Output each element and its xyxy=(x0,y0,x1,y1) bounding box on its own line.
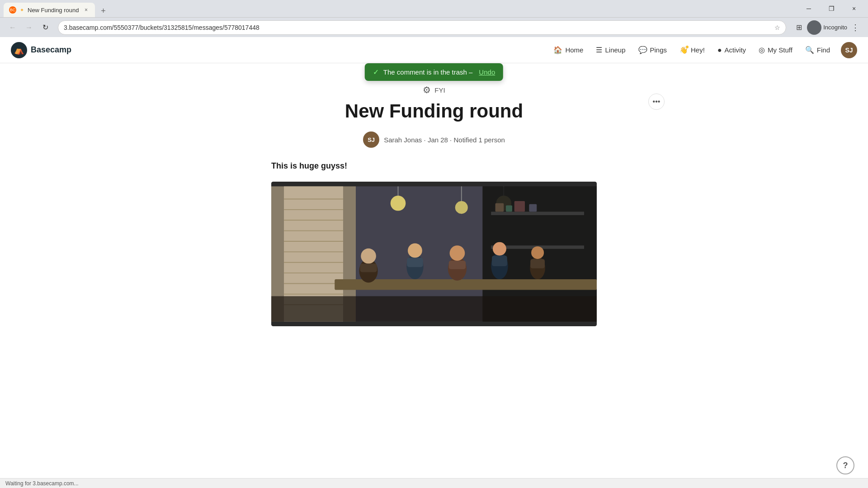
svg-rect-38 xyxy=(449,261,466,269)
my-stuff-nav-link[interactable]: ◎ My Stuff xyxy=(753,42,798,58)
hey-nav-link[interactable]: 👋 Hey! xyxy=(674,42,710,58)
activity-label: Activity xyxy=(725,46,746,54)
post-notified: Notified 1 person xyxy=(453,136,505,144)
svg-rect-44 xyxy=(530,259,545,269)
browser-menu-button[interactable]: ⋮ xyxy=(848,20,863,35)
favicon-icon: BC xyxy=(10,8,16,12)
hey-label: Hey! xyxy=(691,46,705,54)
extensions-button[interactable]: ⊞ xyxy=(792,20,806,35)
my-stuff-label: My Stuff xyxy=(768,46,793,54)
main-post: ⚙ FYI New Funding round SJ Sarah Jonas ·… xyxy=(262,84,606,344)
browser-right-buttons: ⊞ Incognito ⋮ xyxy=(792,20,863,35)
post-date: Jan 28 xyxy=(428,136,448,144)
toast-check-icon: ✓ xyxy=(373,68,379,76)
svg-rect-22 xyxy=(491,212,584,215)
basecamp-logo[interactable]: ⛺ Basecamp xyxy=(11,42,71,58)
svg-point-34 xyxy=(408,244,422,258)
close-button[interactable]: × xyxy=(844,0,864,17)
active-tab[interactable]: BC ✦ New Funding round × xyxy=(4,3,95,17)
home-label: Home xyxy=(565,46,583,54)
right-sidebar: ••• xyxy=(606,84,674,344)
find-nav-link[interactable]: 🔍 Find xyxy=(800,42,835,58)
logo-icon: ⛺ xyxy=(11,42,27,58)
nav-links: 🏠 Home ☰ Lineup 💬 Pings 👋 Hey! xyxy=(548,42,835,58)
more-options-button[interactable]: ••• xyxy=(648,94,665,110)
post-category: ⚙ FYI xyxy=(271,84,597,95)
logo-text: Basecamp xyxy=(31,45,71,55)
pings-nav-link[interactable]: 💬 Pings xyxy=(633,42,673,58)
url-text: 3.basecamp.com/5550377/buckets/31325815/… xyxy=(64,24,774,31)
lineup-icon: ☰ xyxy=(596,46,602,54)
lineup-nav-link[interactable]: ☰ Lineup xyxy=(590,42,631,58)
address-bar[interactable]: 3.basecamp.com/5550377/buckets/31325815/… xyxy=(58,20,786,35)
svg-point-17 xyxy=(455,202,468,214)
browser-frame: BC ✦ New Funding round × + ─ ❐ × ← → ↻ 3… xyxy=(0,0,868,488)
incognito-label: Incognito xyxy=(823,24,847,31)
tab-bar: BC ✦ New Funding round × + xyxy=(4,0,795,17)
home-nav-link[interactable]: 🏠 Home xyxy=(548,42,589,58)
svg-point-37 xyxy=(450,246,465,261)
content-with-sidebar: ⚙ FYI New Funding round SJ Sarah Jonas ·… xyxy=(0,84,868,344)
svg-point-31 xyxy=(361,249,376,264)
minimize-button[interactable]: ─ xyxy=(798,0,819,17)
svg-rect-29 xyxy=(335,279,597,290)
svg-rect-32 xyxy=(360,264,377,272)
title-bar: BC ✦ New Funding round × + ─ ❐ × xyxy=(0,0,868,17)
app-nav: ⛺ Basecamp 🏠 Home ☰ Lineup 💬 Pings xyxy=(0,37,868,63)
svg-point-15 xyxy=(391,196,406,211)
forward-button[interactable]: → xyxy=(22,20,36,35)
category-label: FYI xyxy=(434,86,445,94)
toast-notification: ✓ The comment is in the trash – Undo xyxy=(365,63,503,81)
office-meeting-image xyxy=(271,182,597,326)
activity-nav-link[interactable]: ● Activity xyxy=(712,42,751,58)
post-image xyxy=(271,182,597,326)
profile-button[interactable] xyxy=(807,20,821,35)
app-container: ⛺ Basecamp 🏠 Home ☰ Lineup 💬 Pings xyxy=(0,37,868,488)
new-tab-button[interactable]: + xyxy=(97,5,109,17)
svg-rect-45 xyxy=(271,296,597,322)
help-button[interactable]: ? xyxy=(836,456,854,474)
bookmark-icon[interactable]: ☆ xyxy=(774,24,780,31)
activity-icon: ● xyxy=(717,46,722,54)
svg-rect-35 xyxy=(407,258,423,267)
post-body: This is huge guyss! xyxy=(271,161,597,171)
page-content: UI Feed Redesign › Message Board ⚙ FYI N… xyxy=(0,63,868,478)
my-stuff-icon: ◎ xyxy=(759,46,765,54)
window-controls: ─ ❐ × xyxy=(798,0,864,17)
svg-point-43 xyxy=(531,247,544,259)
reload-button[interactable]: ↻ xyxy=(38,20,52,35)
meta-dot-1: · xyxy=(424,136,428,144)
toast-undo-button[interactable]: Undo xyxy=(479,68,495,76)
pings-icon: 💬 xyxy=(638,46,647,54)
tab-favicon: BC xyxy=(9,6,16,14)
left-sidebar xyxy=(194,84,262,344)
post-meta-text: Sarah Jonas · Jan 28 · Notified 1 person xyxy=(384,136,505,144)
pings-label: Pings xyxy=(650,46,667,54)
tab-close-button[interactable]: × xyxy=(82,6,90,14)
find-icon: 🔍 xyxy=(805,46,814,54)
back-button[interactable]: ← xyxy=(5,20,20,35)
hey-icon-wrapper: 👋 xyxy=(679,46,688,54)
tab-star-icon: ✦ xyxy=(20,7,24,13)
browser-nav-bar: ← → ↻ 3.basecamp.com/5550377/buckets/313… xyxy=(0,17,868,37)
svg-point-40 xyxy=(493,242,506,256)
status-bar: Waiting for 3.basecamp.com... xyxy=(0,478,868,488)
lineup-label: Lineup xyxy=(605,46,625,54)
home-icon: 🏠 xyxy=(553,46,562,54)
author-name: Sarah Jonas xyxy=(384,136,422,144)
post-title: New Funding round xyxy=(271,100,597,122)
toast-message: The comment is in the trash – xyxy=(383,68,473,76)
user-avatar[interactable]: SJ xyxy=(841,42,857,58)
category-icon: ⚙ xyxy=(423,84,431,95)
svg-rect-41 xyxy=(492,256,507,266)
author-avatar: SJ xyxy=(363,131,379,148)
post-meta: SJ Sarah Jonas · Jan 28 · Notified 1 per… xyxy=(271,131,597,148)
status-text: Waiting for 3.basecamp.com... xyxy=(5,480,79,487)
address-bar-icons: ☆ xyxy=(774,24,780,31)
toast-wrapper: ✓ The comment is in the trash – Undo xyxy=(365,63,503,81)
svg-rect-26 xyxy=(506,206,512,212)
hey-notification-dot xyxy=(685,45,689,49)
restore-button[interactable]: ❐ xyxy=(821,0,842,17)
svg-rect-28 xyxy=(529,204,537,212)
svg-rect-25 xyxy=(495,203,504,212)
